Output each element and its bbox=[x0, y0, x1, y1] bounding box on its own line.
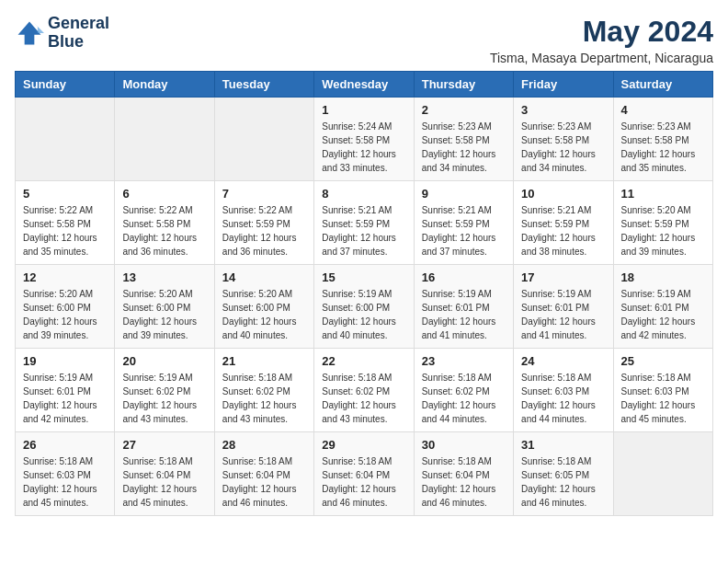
calendar-cell: 11Sunrise: 5:20 AMSunset: 5:59 PMDayligh… bbox=[613, 181, 712, 265]
day-number: 30 bbox=[422, 438, 506, 452]
day-info: Sunrise: 5:18 AMSunset: 6:04 PMDaylight:… bbox=[222, 454, 306, 510]
day-info: Sunrise: 5:18 AMSunset: 6:03 PMDaylight:… bbox=[521, 371, 605, 426]
day-number: 16 bbox=[422, 270, 506, 284]
day-info: Sunrise: 5:19 AMSunset: 6:01 PMDaylight:… bbox=[23, 371, 107, 426]
month-year: May 2024 bbox=[490, 15, 713, 49]
day-info: Sunrise: 5:21 AMSunset: 5:59 PMDaylight:… bbox=[322, 203, 405, 259]
logo-line1: General bbox=[48, 15, 109, 33]
day-info: Sunrise: 5:23 AMSunset: 5:58 PMDaylight:… bbox=[521, 120, 605, 175]
calendar-cell bbox=[16, 98, 115, 181]
calendar-cell: 22Sunrise: 5:18 AMSunset: 6:02 PMDayligh… bbox=[314, 349, 414, 432]
calendar-cell bbox=[115, 98, 214, 181]
day-number: 22 bbox=[322, 354, 405, 368]
day-number: 15 bbox=[322, 270, 405, 284]
day-number: 18 bbox=[621, 270, 705, 284]
day-number: 5 bbox=[23, 187, 107, 201]
week-row-2: 5Sunrise: 5:22 AMSunset: 5:58 PMDaylight… bbox=[16, 181, 713, 265]
day-info: Sunrise: 5:19 AMSunset: 6:01 PMDaylight:… bbox=[521, 287, 605, 342]
page-header: General Blue May 2024 Tisma, Masaya Depa… bbox=[15, 15, 713, 65]
weekday-header-saturday: Saturday bbox=[613, 72, 712, 98]
day-info: Sunrise: 5:20 AMSunset: 6:00 PMDaylight:… bbox=[23, 287, 107, 342]
day-number: 12 bbox=[23, 270, 107, 284]
week-row-4: 19Sunrise: 5:19 AMSunset: 6:01 PMDayligh… bbox=[16, 349, 713, 432]
calendar-cell: 15Sunrise: 5:19 AMSunset: 6:00 PMDayligh… bbox=[314, 265, 414, 349]
day-number: 7 bbox=[222, 187, 306, 201]
day-info: Sunrise: 5:21 AMSunset: 5:59 PMDaylight:… bbox=[422, 203, 506, 259]
day-number: 2 bbox=[422, 103, 506, 117]
calendar-cell: 31Sunrise: 5:18 AMSunset: 6:05 PMDayligh… bbox=[514, 432, 613, 516]
day-number: 8 bbox=[322, 187, 405, 201]
calendar-cell: 5Sunrise: 5:22 AMSunset: 5:58 PMDaylight… bbox=[16, 181, 115, 265]
calendar-cell: 17Sunrise: 5:19 AMSunset: 6:01 PMDayligh… bbox=[514, 265, 613, 349]
calendar-cell: 3Sunrise: 5:23 AMSunset: 5:58 PMDaylight… bbox=[514, 98, 613, 181]
day-number: 25 bbox=[621, 354, 705, 368]
calendar-cell: 20Sunrise: 5:19 AMSunset: 6:02 PMDayligh… bbox=[115, 349, 214, 432]
calendar-cell: 7Sunrise: 5:22 AMSunset: 5:59 PMDaylight… bbox=[214, 181, 313, 265]
day-number: 13 bbox=[122, 270, 206, 284]
day-number: 29 bbox=[322, 438, 405, 452]
day-number: 1 bbox=[322, 103, 405, 117]
day-number: 17 bbox=[521, 270, 605, 284]
calendar-cell: 9Sunrise: 5:21 AMSunset: 5:59 PMDaylight… bbox=[414, 181, 513, 265]
day-info: Sunrise: 5:19 AMSunset: 6:02 PMDaylight:… bbox=[122, 371, 206, 426]
day-info: Sunrise: 5:18 AMSunset: 6:04 PMDaylight:… bbox=[322, 454, 405, 510]
calendar-cell: 19Sunrise: 5:19 AMSunset: 6:01 PMDayligh… bbox=[16, 349, 115, 432]
weekday-header-tuesday: Tuesday bbox=[214, 72, 313, 98]
day-number: 24 bbox=[521, 354, 605, 368]
day-number: 3 bbox=[521, 103, 605, 117]
calendar-cell bbox=[613, 432, 712, 516]
day-info: Sunrise: 5:18 AMSunset: 6:03 PMDaylight:… bbox=[621, 371, 705, 426]
day-info: Sunrise: 5:18 AMSunset: 6:02 PMDaylight:… bbox=[322, 371, 405, 426]
day-number: 26 bbox=[23, 438, 107, 452]
weekday-header-friday: Friday bbox=[514, 72, 613, 98]
calendar-cell: 23Sunrise: 5:18 AMSunset: 6:02 PMDayligh… bbox=[414, 349, 513, 432]
day-number: 14 bbox=[222, 270, 306, 284]
day-number: 23 bbox=[422, 354, 506, 368]
calendar-cell: 25Sunrise: 5:18 AMSunset: 6:03 PMDayligh… bbox=[613, 349, 712, 432]
day-info: Sunrise: 5:23 AMSunset: 5:58 PMDaylight:… bbox=[422, 120, 506, 175]
day-info: Sunrise: 5:19 AMSunset: 6:01 PMDaylight:… bbox=[621, 287, 705, 342]
day-number: 11 bbox=[621, 187, 705, 201]
calendar-cell: 1Sunrise: 5:24 AMSunset: 5:58 PMDaylight… bbox=[314, 98, 414, 181]
day-number: 31 bbox=[521, 438, 605, 452]
day-info: Sunrise: 5:22 AMSunset: 5:59 PMDaylight:… bbox=[222, 203, 306, 259]
calendar-cell: 30Sunrise: 5:18 AMSunset: 6:04 PMDayligh… bbox=[414, 432, 513, 516]
weekday-header-sunday: Sunday bbox=[16, 72, 115, 98]
calendar-cell: 4Sunrise: 5:23 AMSunset: 5:58 PMDaylight… bbox=[613, 98, 712, 181]
calendar-cell: 6Sunrise: 5:22 AMSunset: 5:58 PMDaylight… bbox=[115, 181, 214, 265]
day-number: 6 bbox=[122, 187, 206, 201]
day-number: 19 bbox=[23, 354, 107, 368]
week-row-1: 1Sunrise: 5:24 AMSunset: 5:58 PMDaylight… bbox=[16, 98, 713, 181]
calendar-cell: 29Sunrise: 5:18 AMSunset: 6:04 PMDayligh… bbox=[314, 432, 414, 516]
calendar-cell: 28Sunrise: 5:18 AMSunset: 6:04 PMDayligh… bbox=[214, 432, 313, 516]
calendar-cell: 27Sunrise: 5:18 AMSunset: 6:04 PMDayligh… bbox=[115, 432, 214, 516]
day-number: 9 bbox=[422, 187, 506, 201]
calendar-cell: 10Sunrise: 5:21 AMSunset: 5:59 PMDayligh… bbox=[514, 181, 613, 265]
calendar-cell: 16Sunrise: 5:19 AMSunset: 6:01 PMDayligh… bbox=[414, 265, 513, 349]
day-info: Sunrise: 5:23 AMSunset: 5:58 PMDaylight:… bbox=[621, 120, 705, 175]
calendar-table: SundayMondayTuesdayWednesdayThursdayFrid… bbox=[15, 71, 713, 516]
day-info: Sunrise: 5:18 AMSunset: 6:04 PMDaylight:… bbox=[122, 454, 206, 510]
day-number: 27 bbox=[122, 438, 206, 452]
day-info: Sunrise: 5:21 AMSunset: 5:59 PMDaylight:… bbox=[521, 203, 605, 259]
day-info: Sunrise: 5:22 AMSunset: 5:58 PMDaylight:… bbox=[122, 203, 206, 259]
calendar-cell: 13Sunrise: 5:20 AMSunset: 6:00 PMDayligh… bbox=[115, 265, 214, 349]
weekday-header-wednesday: Wednesday bbox=[314, 72, 414, 98]
day-info: Sunrise: 5:22 AMSunset: 5:58 PMDaylight:… bbox=[23, 203, 107, 259]
day-info: Sunrise: 5:19 AMSunset: 6:01 PMDaylight:… bbox=[422, 287, 506, 342]
day-info: Sunrise: 5:18 AMSunset: 6:04 PMDaylight:… bbox=[422, 454, 506, 510]
day-info: Sunrise: 5:20 AMSunset: 6:00 PMDaylight:… bbox=[122, 287, 206, 342]
calendar-cell: 2Sunrise: 5:23 AMSunset: 5:58 PMDaylight… bbox=[414, 98, 513, 181]
day-info: Sunrise: 5:18 AMSunset: 6:02 PMDaylight:… bbox=[222, 371, 306, 426]
day-info: Sunrise: 5:18 AMSunset: 6:05 PMDaylight:… bbox=[521, 454, 605, 510]
day-info: Sunrise: 5:20 AMSunset: 6:00 PMDaylight:… bbox=[222, 287, 306, 342]
day-info: Sunrise: 5:18 AMSunset: 6:02 PMDaylight:… bbox=[422, 371, 506, 426]
calendar-cell: 14Sunrise: 5:20 AMSunset: 6:00 PMDayligh… bbox=[214, 265, 313, 349]
day-number: 4 bbox=[621, 103, 705, 117]
weekday-header-row: SundayMondayTuesdayWednesdayThursdayFrid… bbox=[16, 72, 713, 98]
day-number: 28 bbox=[222, 438, 306, 452]
logo: General Blue bbox=[15, 15, 109, 52]
day-number: 10 bbox=[521, 187, 605, 201]
day-info: Sunrise: 5:20 AMSunset: 5:59 PMDaylight:… bbox=[621, 203, 705, 259]
calendar-cell: 12Sunrise: 5:20 AMSunset: 6:00 PMDayligh… bbox=[16, 265, 115, 349]
